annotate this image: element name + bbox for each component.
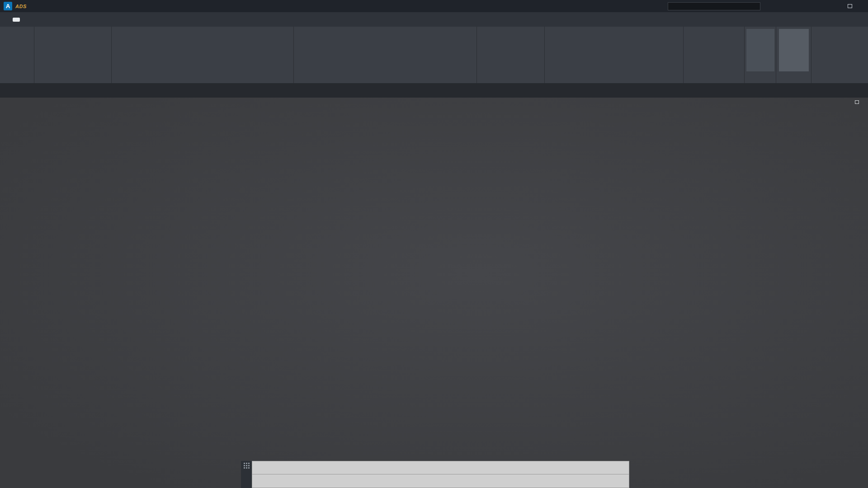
viewport-window-controls xyxy=(850,100,863,104)
panel-settings xyxy=(684,27,745,83)
view-icon xyxy=(786,31,802,47)
rolled-i-section-button[interactable] xyxy=(120,29,152,71)
project-explorer-icon xyxy=(9,31,25,47)
panel-checking xyxy=(477,27,545,83)
panel-label-draw[interactable] xyxy=(34,72,111,83)
document-tab-bar xyxy=(0,83,868,98)
cart-icon[interactable] xyxy=(792,2,800,10)
search-input[interactable] xyxy=(668,2,760,10)
command-window-grip[interactable] xyxy=(244,463,250,469)
command-customize-icon[interactable] xyxy=(243,479,250,486)
numbering-button[interactable] xyxy=(547,29,580,71)
panel-objects xyxy=(112,27,294,83)
command-window[interactable] xyxy=(252,461,629,488)
panel-project xyxy=(0,27,34,83)
model-check-icon xyxy=(488,31,504,47)
document-manager-icon xyxy=(591,31,607,47)
panel-label-project[interactable] xyxy=(0,72,34,83)
command-line-input[interactable] xyxy=(252,474,629,488)
create-lists-button[interactable] xyxy=(618,29,651,71)
panel-label-checking[interactable] xyxy=(477,72,544,83)
panel-draw xyxy=(34,27,112,83)
steel-structure-3d-model[interactable] xyxy=(0,98,868,488)
ribbon xyxy=(0,27,868,83)
panel-label-objects[interactable] xyxy=(112,72,293,83)
ribbon-toggle-icon xyxy=(13,18,20,22)
ribbon-display-toggle[interactable] xyxy=(9,12,26,27)
management-tools-button[interactable] xyxy=(686,29,719,71)
ribbon-tab-bar xyxy=(0,12,868,27)
view-button[interactable] xyxy=(779,29,809,71)
help-icon[interactable] xyxy=(820,2,827,10)
viewport-restore-icon[interactable] xyxy=(855,100,859,104)
viewport xyxy=(0,98,868,488)
model-check-button[interactable] xyxy=(480,29,512,71)
panel-extended-modeling xyxy=(294,27,477,83)
autodesk-logo-icon[interactable]: A xyxy=(4,2,12,10)
ads-logo: ADS xyxy=(15,4,27,9)
app-store-icon[interactable] xyxy=(804,2,811,10)
panel-label-layers[interactable] xyxy=(745,72,776,83)
share-button[interactable] xyxy=(36,2,46,10)
panel-label-extended-modeling[interactable] xyxy=(294,72,476,83)
panel-view xyxy=(776,27,811,83)
layers-icon xyxy=(753,31,768,47)
numbering-icon xyxy=(556,31,571,47)
advance-steel-tool-palette-button[interactable] xyxy=(343,29,375,71)
connection-vault-icon xyxy=(305,31,321,47)
rolled-i-section-icon xyxy=(128,31,144,47)
management-tools-icon xyxy=(695,31,710,47)
account-icon[interactable] xyxy=(776,2,784,10)
title-bar: A ADS xyxy=(0,0,868,12)
share-icon xyxy=(36,2,44,10)
command-line-history xyxy=(252,461,629,474)
document-manager-button[interactable] xyxy=(583,29,615,71)
search-icon[interactable] xyxy=(764,2,772,10)
layers-button[interactable] xyxy=(746,29,774,71)
panel-label-documents[interactable] xyxy=(545,72,683,83)
maximize-button[interactable] xyxy=(848,4,852,8)
command-window-controls xyxy=(241,461,252,488)
panel-label-view[interactable] xyxy=(776,72,811,83)
create-lists-icon xyxy=(627,31,642,47)
connection-vault-button[interactable] xyxy=(297,29,329,71)
tool-palette-icon xyxy=(351,31,367,47)
panel-documents xyxy=(545,27,684,83)
panel-layers xyxy=(745,27,776,83)
project-explorer-button[interactable] xyxy=(1,29,33,71)
panel-label-settings[interactable] xyxy=(684,72,744,83)
